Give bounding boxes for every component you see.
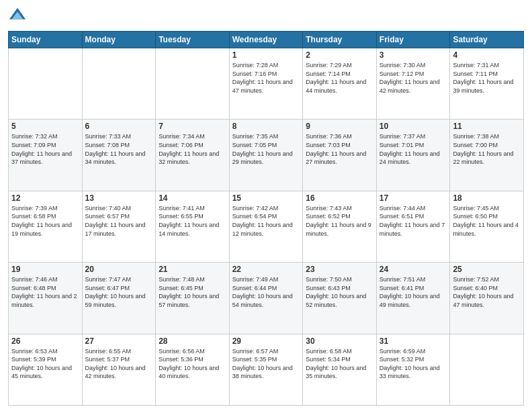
day-number: 7 [159, 122, 226, 131]
day-number: 10 [380, 122, 447, 131]
calendar-cell: 27 Sunrise: 6:55 AMSunset: 5:37 PMDaylig… [82, 334, 156, 405]
day-info: Sunrise: 7:39 AMSunset: 6:58 PMDaylight:… [11, 205, 72, 237]
day-number: 4 [453, 50, 521, 60]
day-info: Sunrise: 7:50 AMSunset: 6:43 PMDaylight:… [306, 276, 366, 308]
calendar-cell: 28 Sunrise: 6:56 AMSunset: 5:36 PMDaylig… [156, 334, 230, 405]
calendar-cell: 19 Sunrise: 7:46 AMSunset: 6:48 PMDaylig… [9, 263, 83, 334]
calendar-cell: 11 Sunrise: 7:38 AMSunset: 7:00 PMDaylig… [450, 120, 524, 191]
calendar-week-5: 26 Sunrise: 6:53 AMSunset: 5:39 PMDaylig… [9, 334, 524, 405]
calendar-week-2: 5 Sunrise: 7:32 AMSunset: 7:09 PMDayligh… [9, 120, 524, 191]
col-header-thursday: Thursday [303, 32, 377, 48]
day-number: 22 [232, 265, 300, 274]
day-number: 26 [11, 336, 79, 346]
day-number: 14 [159, 193, 226, 203]
col-header-tuesday: Tuesday [156, 32, 230, 48]
calendar-week-3: 12 Sunrise: 7:39 AMSunset: 6:58 PMDaylig… [9, 191, 524, 262]
day-number: 13 [85, 193, 153, 203]
calendar-cell: 8 Sunrise: 7:35 AMSunset: 7:05 PMDayligh… [229, 120, 303, 191]
day-number: 21 [159, 265, 226, 274]
col-header-saturday: Saturday [450, 32, 524, 48]
day-info: Sunrise: 6:56 AMSunset: 5:36 PMDaylight:… [159, 348, 219, 380]
calendar-cell [82, 48, 156, 120]
day-info: Sunrise: 7:34 AMSunset: 7:06 PMDaylight:… [159, 133, 219, 165]
header [8, 7, 524, 26]
calendar-cell: 5 Sunrise: 7:32 AMSunset: 7:09 PMDayligh… [9, 120, 83, 191]
logo-icon [8, 7, 27, 26]
calendar-cell: 21 Sunrise: 7:48 AMSunset: 6:45 PMDaylig… [156, 263, 230, 334]
calendar-cell: 26 Sunrise: 6:53 AMSunset: 5:39 PMDaylig… [9, 334, 83, 405]
day-number: 27 [85, 336, 153, 346]
calendar-week-4: 19 Sunrise: 7:46 AMSunset: 6:48 PMDaylig… [9, 263, 524, 334]
day-number: 9 [306, 122, 373, 131]
day-number: 17 [380, 193, 447, 203]
day-info: Sunrise: 6:58 AMSunset: 5:34 PMDaylight:… [306, 348, 366, 380]
calendar-cell: 12 Sunrise: 7:39 AMSunset: 6:58 PMDaylig… [9, 191, 83, 262]
day-info: Sunrise: 7:48 AMSunset: 6:45 PMDaylight:… [159, 276, 219, 308]
day-info: Sunrise: 7:46 AMSunset: 6:48 PMDaylight:… [11, 276, 77, 308]
day-number: 29 [232, 336, 300, 346]
day-number: 31 [380, 336, 447, 346]
calendar-cell: 24 Sunrise: 7:51 AMSunset: 6:41 PMDaylig… [376, 263, 450, 334]
col-header-wednesday: Wednesday [229, 32, 303, 48]
calendar-table: SundayMondayTuesdayWednesdayThursdayFrid… [8, 31, 524, 406]
day-number: 23 [306, 265, 373, 274]
calendar-cell: 1 Sunrise: 7:28 AMSunset: 7:16 PMDayligh… [229, 48, 303, 120]
day-number: 20 [85, 265, 153, 274]
day-number: 18 [453, 193, 521, 203]
day-number: 24 [380, 265, 447, 274]
day-number: 30 [306, 336, 373, 346]
day-info: Sunrise: 7:28 AMSunset: 7:16 PMDaylight:… [232, 62, 293, 94]
day-number: 11 [453, 122, 521, 131]
calendar-cell: 29 Sunrise: 6:57 AMSunset: 5:35 PMDaylig… [229, 334, 303, 405]
day-number: 12 [11, 193, 79, 203]
calendar-cell: 2 Sunrise: 7:29 AMSunset: 7:14 PMDayligh… [303, 48, 377, 120]
col-header-sunday: Sunday [9, 32, 83, 48]
calendar-cell: 13 Sunrise: 7:40 AMSunset: 6:57 PMDaylig… [82, 191, 156, 262]
calendar-cell: 17 Sunrise: 7:44 AMSunset: 6:51 PMDaylig… [376, 191, 450, 262]
day-number: 16 [306, 193, 373, 203]
day-number: 1 [232, 50, 300, 60]
day-info: Sunrise: 6:57 AMSunset: 5:35 PMDaylight:… [232, 348, 293, 380]
calendar-cell: 16 Sunrise: 7:43 AMSunset: 6:52 PMDaylig… [303, 191, 377, 262]
calendar-cell: 25 Sunrise: 7:52 AMSunset: 6:40 PMDaylig… [450, 263, 524, 334]
day-number: 19 [11, 265, 79, 274]
day-info: Sunrise: 7:43 AMSunset: 6:52 PMDaylight:… [306, 205, 371, 237]
day-info: Sunrise: 7:45 AMSunset: 6:50 PMDaylight:… [453, 205, 519, 237]
calendar-cell: 30 Sunrise: 6:58 AMSunset: 5:34 PMDaylig… [303, 334, 377, 405]
day-number: 2 [306, 50, 373, 60]
day-info: Sunrise: 7:47 AMSunset: 6:47 PMDaylight:… [85, 276, 146, 308]
col-header-friday: Friday [376, 32, 450, 48]
day-info: Sunrise: 7:31 AMSunset: 7:11 PMDaylight:… [453, 62, 513, 94]
calendar-cell: 22 Sunrise: 7:49 AMSunset: 6:44 PMDaylig… [229, 263, 303, 334]
calendar-cell: 31 Sunrise: 6:59 AMSunset: 5:32 PMDaylig… [376, 334, 450, 405]
day-number: 8 [232, 122, 300, 131]
calendar-cell: 6 Sunrise: 7:33 AMSunset: 7:08 PMDayligh… [82, 120, 156, 191]
day-info: Sunrise: 7:30 AMSunset: 7:12 PMDaylight:… [380, 62, 440, 94]
calendar-cell: 3 Sunrise: 7:30 AMSunset: 7:12 PMDayligh… [376, 48, 450, 120]
day-info: Sunrise: 7:38 AMSunset: 7:00 PMDaylight:… [453, 133, 513, 165]
calendar-cell: 23 Sunrise: 7:50 AMSunset: 6:43 PMDaylig… [303, 263, 377, 334]
calendar-cell: 14 Sunrise: 7:41 AMSunset: 6:55 PMDaylig… [156, 191, 230, 262]
calendar-cell: 18 Sunrise: 7:45 AMSunset: 6:50 PMDaylig… [450, 191, 524, 262]
day-info: Sunrise: 7:37 AMSunset: 7:01 PMDaylight:… [380, 133, 440, 165]
day-info: Sunrise: 7:40 AMSunset: 6:57 PMDaylight:… [85, 205, 146, 237]
calendar-cell [450, 334, 524, 405]
calendar-cell: 20 Sunrise: 7:47 AMSunset: 6:47 PMDaylig… [82, 263, 156, 334]
day-number: 5 [11, 122, 79, 131]
page: SundayMondayTuesdayWednesdayThursdayFrid… [0, 0, 532, 411]
calendar-cell: 15 Sunrise: 7:42 AMSunset: 6:54 PMDaylig… [229, 191, 303, 262]
day-number: 28 [159, 336, 226, 346]
calendar-cell [9, 48, 83, 120]
day-info: Sunrise: 6:55 AMSunset: 5:37 PMDaylight:… [85, 348, 146, 380]
day-info: Sunrise: 6:59 AMSunset: 5:32 PMDaylight:… [380, 348, 440, 380]
day-info: Sunrise: 7:35 AMSunset: 7:05 PMDaylight:… [232, 133, 293, 165]
day-info: Sunrise: 7:29 AMSunset: 7:14 PMDaylight:… [306, 62, 366, 94]
day-info: Sunrise: 7:52 AMSunset: 6:40 PMDaylight:… [453, 276, 513, 308]
calendar-cell: 9 Sunrise: 7:36 AMSunset: 7:03 PMDayligh… [303, 120, 377, 191]
day-info: Sunrise: 7:42 AMSunset: 6:54 PMDaylight:… [232, 205, 293, 237]
day-number: 6 [85, 122, 153, 131]
day-info: Sunrise: 7:44 AMSunset: 6:51 PMDaylight:… [380, 205, 445, 237]
calendar-cell: 7 Sunrise: 7:34 AMSunset: 7:06 PMDayligh… [156, 120, 230, 191]
day-info: Sunrise: 7:36 AMSunset: 7:03 PMDaylight:… [306, 133, 366, 165]
day-info: Sunrise: 7:33 AMSunset: 7:08 PMDaylight:… [85, 133, 146, 165]
